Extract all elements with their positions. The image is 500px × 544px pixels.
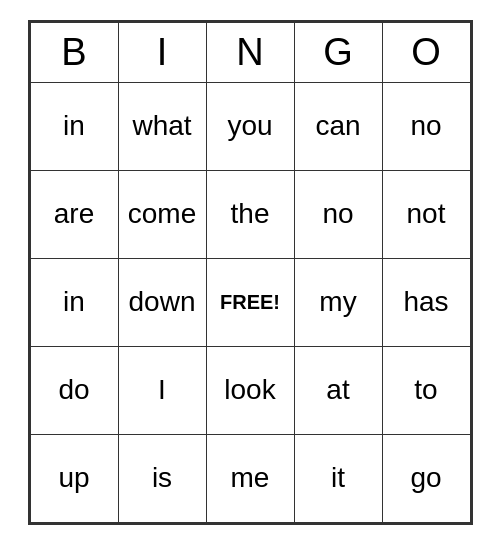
table-cell: I: [118, 346, 206, 434]
header-row: B I N G O: [30, 22, 470, 82]
table-cell: it: [294, 434, 382, 522]
header-b: B: [30, 22, 118, 82]
table-cell: has: [382, 258, 470, 346]
table-cell: do: [30, 346, 118, 434]
table-cell: come: [118, 170, 206, 258]
table-row: upismeitgo: [30, 434, 470, 522]
table-cell: FREE!: [206, 258, 294, 346]
table-cell: no: [382, 82, 470, 170]
table-cell: at: [294, 346, 382, 434]
table-row: indownFREE!myhas: [30, 258, 470, 346]
bingo-body: inwhatyoucannoarecomethenonotindownFREE!…: [30, 82, 470, 522]
table-cell: what: [118, 82, 206, 170]
table-cell: is: [118, 434, 206, 522]
table-cell: not: [382, 170, 470, 258]
table-cell: in: [30, 258, 118, 346]
header-o: O: [382, 22, 470, 82]
table-cell: my: [294, 258, 382, 346]
bingo-table: B I N G O inwhatyoucannoarecomethenonoti…: [30, 22, 471, 523]
header-g: G: [294, 22, 382, 82]
table-cell: to: [382, 346, 470, 434]
table-cell: in: [30, 82, 118, 170]
table-cell: go: [382, 434, 470, 522]
bingo-card: B I N G O inwhatyoucannoarecomethenonoti…: [28, 20, 473, 525]
table-cell: down: [118, 258, 206, 346]
table-cell: up: [30, 434, 118, 522]
table-cell: look: [206, 346, 294, 434]
table-row: doIlookatto: [30, 346, 470, 434]
table-row: arecomethenonot: [30, 170, 470, 258]
table-cell: no: [294, 170, 382, 258]
table-cell: the: [206, 170, 294, 258]
table-cell: are: [30, 170, 118, 258]
table-cell: me: [206, 434, 294, 522]
header-n: N: [206, 22, 294, 82]
table-cell: you: [206, 82, 294, 170]
header-i: I: [118, 22, 206, 82]
table-cell: can: [294, 82, 382, 170]
table-row: inwhatyoucanno: [30, 82, 470, 170]
